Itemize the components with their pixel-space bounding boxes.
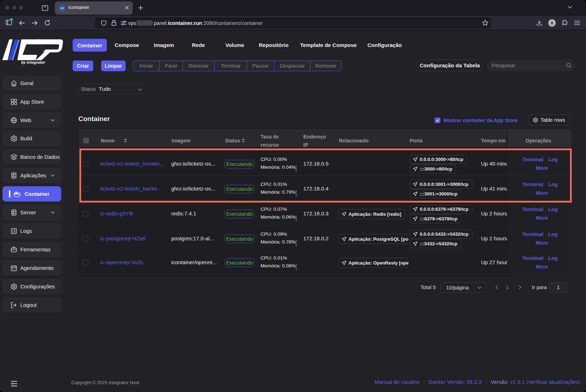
svg-text:by integrator: by integrator xyxy=(21,60,45,64)
